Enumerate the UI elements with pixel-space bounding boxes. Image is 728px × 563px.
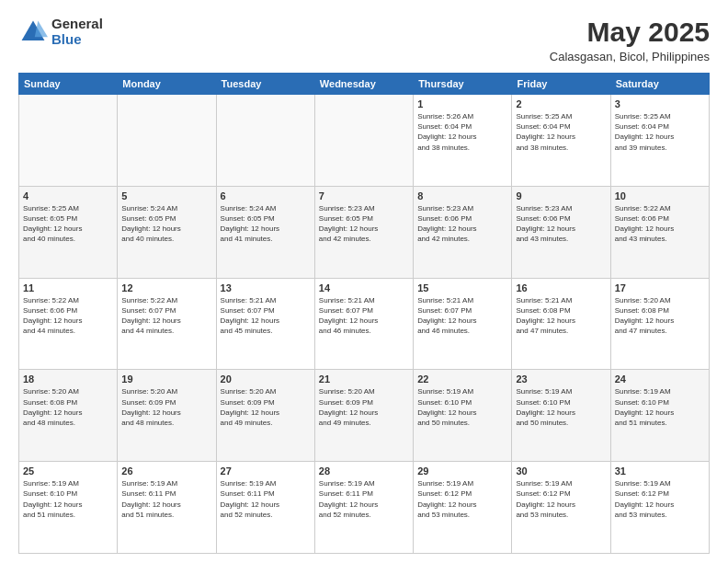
day-info: Sunrise: 5:19 AM Sunset: 6:11 PM Dayligh… — [121, 478, 211, 520]
day-cell: 5Sunrise: 5:24 AM Sunset: 6:05 PM Daylig… — [118, 186, 216, 278]
logo-icon — [18, 17, 48, 47]
day-cell: 12Sunrise: 5:22 AM Sunset: 6:07 PM Dayli… — [118, 278, 216, 370]
day-cell: 8Sunrise: 5:23 AM Sunset: 6:06 PM Daylig… — [414, 186, 512, 278]
day-cell: 20Sunrise: 5:20 AM Sunset: 6:09 PM Dayli… — [216, 370, 314, 462]
logo-general: General — [51, 17, 103, 32]
day-cell: 13Sunrise: 5:21 AM Sunset: 6:07 PM Dayli… — [216, 278, 314, 370]
day-number: 21 — [319, 373, 409, 385]
day-info: Sunrise: 5:19 AM Sunset: 6:10 PM Dayligh… — [615, 386, 705, 428]
day-number: 4 — [23, 190, 113, 201]
day-info: Sunrise: 5:22 AM Sunset: 6:06 PM Dayligh… — [23, 295, 113, 337]
day-info: Sunrise: 5:20 AM Sunset: 6:08 PM Dayligh… — [615, 295, 705, 337]
day-number: 8 — [417, 190, 507, 201]
page: General Blue May 2025 Calasgasan, Bicol,… — [0, 0, 728, 563]
day-number: 14 — [319, 282, 409, 293]
week-row-4: 18Sunrise: 5:20 AM Sunset: 6:08 PM Dayli… — [19, 370, 710, 462]
day-cell: 7Sunrise: 5:23 AM Sunset: 6:05 PM Daylig… — [314, 186, 413, 278]
day-info: Sunrise: 5:26 AM Sunset: 6:04 PM Dayligh… — [417, 111, 507, 153]
day-cell: 25Sunrise: 5:19 AM Sunset: 6:10 PM Dayli… — [19, 462, 118, 554]
day-info: Sunrise: 5:23 AM Sunset: 6:05 PM Dayligh… — [319, 203, 409, 245]
day-cell: 6Sunrise: 5:24 AM Sunset: 6:05 PM Daylig… — [216, 186, 314, 278]
day-cell: 16Sunrise: 5:21 AM Sunset: 6:08 PM Dayli… — [512, 278, 610, 370]
day-info: Sunrise: 5:21 AM Sunset: 6:07 PM Dayligh… — [417, 295, 507, 337]
day-info: Sunrise: 5:19 AM Sunset: 6:11 PM Dayligh… — [221, 478, 311, 520]
day-info: Sunrise: 5:20 AM Sunset: 6:09 PM Dayligh… — [221, 386, 311, 428]
day-number: 26 — [121, 465, 211, 477]
day-cell: 11Sunrise: 5:22 AM Sunset: 6:06 PM Dayli… — [19, 278, 118, 370]
week-row-1: 1Sunrise: 5:26 AM Sunset: 6:04 PM Daylig… — [19, 95, 710, 187]
day-number: 24 — [615, 373, 705, 385]
header-cell-saturday: Saturday — [610, 74, 709, 95]
week-row-2: 4Sunrise: 5:25 AM Sunset: 6:05 PM Daylig… — [19, 186, 710, 278]
day-number: 30 — [516, 465, 606, 477]
day-info: Sunrise: 5:19 AM Sunset: 6:10 PM Dayligh… — [417, 386, 507, 428]
calendar-header: SundayMondayTuesdayWednesdayThursdayFrid… — [19, 74, 710, 95]
day-info: Sunrise: 5:22 AM Sunset: 6:06 PM Dayligh… — [615, 203, 705, 245]
day-number: 16 — [516, 282, 606, 293]
day-number: 7 — [319, 190, 409, 201]
day-number: 3 — [615, 98, 705, 109]
day-cell — [314, 95, 413, 187]
day-number: 20 — [221, 373, 311, 385]
week-row-3: 11Sunrise: 5:22 AM Sunset: 6:06 PM Dayli… — [19, 278, 710, 370]
logo-text: General Blue — [51, 17, 103, 47]
day-info: Sunrise: 5:19 AM Sunset: 6:12 PM Dayligh… — [516, 478, 606, 520]
day-cell: 21Sunrise: 5:20 AM Sunset: 6:09 PM Dayli… — [314, 370, 413, 462]
day-number: 12 — [121, 282, 211, 293]
day-cell: 15Sunrise: 5:21 AM Sunset: 6:07 PM Dayli… — [414, 278, 512, 370]
day-info: Sunrise: 5:21 AM Sunset: 6:07 PM Dayligh… — [319, 295, 409, 337]
header-cell-wednesday: Wednesday — [314, 74, 413, 95]
day-cell: 17Sunrise: 5:20 AM Sunset: 6:08 PM Dayli… — [610, 278, 709, 370]
day-number: 28 — [319, 465, 409, 477]
day-number: 13 — [221, 282, 311, 293]
day-cell — [216, 95, 314, 187]
logo: General Blue — [18, 17, 103, 47]
day-number: 18 — [23, 373, 113, 385]
day-info: Sunrise: 5:20 AM Sunset: 6:09 PM Dayligh… — [121, 386, 211, 428]
day-cell: 2Sunrise: 5:25 AM Sunset: 6:04 PM Daylig… — [512, 95, 610, 187]
day-info: Sunrise: 5:19 AM Sunset: 6:12 PM Dayligh… — [417, 478, 507, 520]
day-info: Sunrise: 5:25 AM Sunset: 6:05 PM Dayligh… — [23, 203, 113, 245]
day-cell: 19Sunrise: 5:20 AM Sunset: 6:09 PM Dayli… — [118, 370, 216, 462]
day-cell: 3Sunrise: 5:25 AM Sunset: 6:04 PM Daylig… — [610, 95, 709, 187]
header-cell-thursday: Thursday — [414, 74, 512, 95]
day-cell: 1Sunrise: 5:26 AM Sunset: 6:04 PM Daylig… — [414, 95, 512, 187]
week-row-5: 25Sunrise: 5:19 AM Sunset: 6:10 PM Dayli… — [19, 462, 710, 554]
day-info: Sunrise: 5:19 AM Sunset: 6:12 PM Dayligh… — [615, 478, 705, 520]
header-cell-tuesday: Tuesday — [216, 74, 314, 95]
day-info: Sunrise: 5:20 AM Sunset: 6:09 PM Dayligh… — [319, 386, 409, 428]
day-cell: 28Sunrise: 5:19 AM Sunset: 6:11 PM Dayli… — [314, 462, 413, 554]
day-cell: 18Sunrise: 5:20 AM Sunset: 6:08 PM Dayli… — [19, 370, 118, 462]
day-number: 10 — [615, 190, 705, 201]
day-info: Sunrise: 5:24 AM Sunset: 6:05 PM Dayligh… — [221, 203, 311, 245]
day-number: 27 — [221, 465, 311, 477]
day-number: 25 — [23, 465, 113, 477]
day-info: Sunrise: 5:24 AM Sunset: 6:05 PM Dayligh… — [121, 203, 211, 245]
day-info: Sunrise: 5:21 AM Sunset: 6:07 PM Dayligh… — [221, 295, 311, 337]
header-row: SundayMondayTuesdayWednesdayThursdayFrid… — [19, 74, 710, 95]
header: General Blue May 2025 Calasgasan, Bicol,… — [18, 17, 710, 63]
day-number: 22 — [417, 373, 507, 385]
day-number: 6 — [221, 190, 311, 201]
day-cell: 30Sunrise: 5:19 AM Sunset: 6:12 PM Dayli… — [512, 462, 610, 554]
day-cell: 23Sunrise: 5:19 AM Sunset: 6:10 PM Dayli… — [512, 370, 610, 462]
title-block: May 2025 Calasgasan, Bicol, Philippines — [550, 17, 710, 63]
header-cell-friday: Friday — [512, 74, 610, 95]
day-number: 17 — [615, 282, 705, 293]
day-number: 11 — [23, 282, 113, 293]
day-number: 29 — [417, 465, 507, 477]
day-info: Sunrise: 5:19 AM Sunset: 6:11 PM Dayligh… — [319, 478, 409, 520]
calendar-table: SundayMondayTuesdayWednesdayThursdayFrid… — [18, 73, 710, 554]
day-cell: 14Sunrise: 5:21 AM Sunset: 6:07 PM Dayli… — [314, 278, 413, 370]
day-number: 2 — [516, 98, 606, 109]
location: Calasgasan, Bicol, Philippines — [550, 50, 710, 63]
day-info: Sunrise: 5:23 AM Sunset: 6:06 PM Dayligh… — [417, 203, 507, 245]
day-number: 23 — [516, 373, 606, 385]
header-cell-sunday: Sunday — [19, 74, 118, 95]
day-info: Sunrise: 5:25 AM Sunset: 6:04 PM Dayligh… — [516, 111, 606, 153]
day-cell: 27Sunrise: 5:19 AM Sunset: 6:11 PM Dayli… — [216, 462, 314, 554]
day-number: 5 — [121, 190, 211, 201]
day-info: Sunrise: 5:22 AM Sunset: 6:07 PM Dayligh… — [121, 295, 211, 337]
day-cell: 26Sunrise: 5:19 AM Sunset: 6:11 PM Dayli… — [118, 462, 216, 554]
day-cell: 4Sunrise: 5:25 AM Sunset: 6:05 PM Daylig… — [19, 186, 118, 278]
